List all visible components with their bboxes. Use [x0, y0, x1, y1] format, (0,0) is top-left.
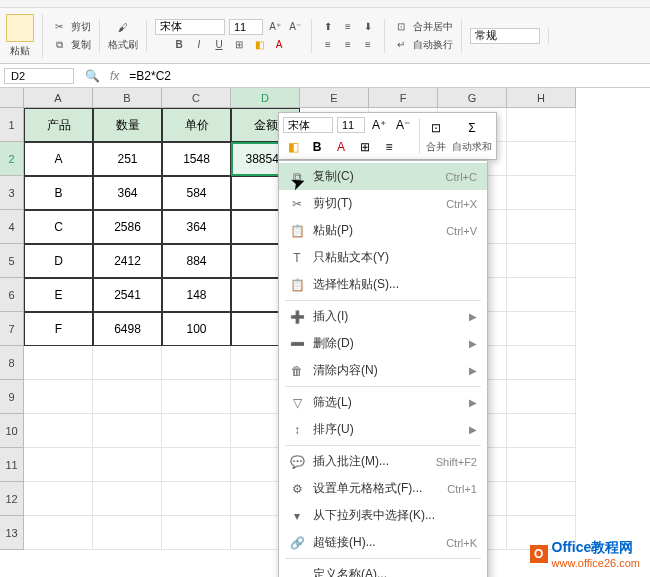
cell-A11[interactable] — [24, 448, 93, 482]
menu-item-delete[interactable]: ➖删除(D)▶ — [279, 330, 487, 357]
number-format-select[interactable] — [470, 28, 540, 44]
cell-B6[interactable]: 2541 — [93, 278, 162, 312]
row-header-3[interactable]: 3 — [0, 176, 24, 210]
italic-icon[interactable]: I — [191, 37, 207, 53]
align-right-icon[interactable]: ≡ — [360, 37, 376, 53]
menu-item-insert[interactable]: ➕插入(I)▶ — [279, 303, 487, 330]
menu-item-text[interactable]: T只粘贴文本(Y) — [279, 244, 487, 271]
mini-font-color-icon[interactable]: A — [331, 137, 351, 157]
cell-H7[interactable] — [507, 312, 576, 346]
decrease-font-icon[interactable]: A⁻ — [287, 19, 303, 35]
cell-B8[interactable] — [93, 346, 162, 380]
row-header-5[interactable]: 5 — [0, 244, 24, 278]
underline-icon[interactable]: U — [211, 37, 227, 53]
cell-C7[interactable]: 100 — [162, 312, 231, 346]
row-header-9[interactable]: 9 — [0, 380, 24, 414]
row-header-12[interactable]: 12 — [0, 482, 24, 516]
cell-B2[interactable]: 251 — [93, 142, 162, 176]
cell-A2[interactable]: A — [24, 142, 93, 176]
row-header-11[interactable]: 11 — [0, 448, 24, 482]
cell-H5[interactable] — [507, 244, 576, 278]
cell-A6[interactable]: E — [24, 278, 93, 312]
row-header-4[interactable]: 4 — [0, 210, 24, 244]
row-header-8[interactable]: 8 — [0, 346, 24, 380]
cell-A3[interactable]: B — [24, 176, 93, 210]
cell-C8[interactable] — [162, 346, 231, 380]
cut-icon[interactable]: ✂ — [51, 19, 67, 35]
col-header-F[interactable]: F — [369, 88, 438, 108]
merge-icon[interactable]: ⊡ — [393, 19, 409, 35]
paste-icon[interactable] — [6, 14, 34, 42]
cell-A8[interactable] — [24, 346, 93, 380]
cell-H12[interactable] — [507, 482, 576, 516]
cell-A7[interactable]: F — [24, 312, 93, 346]
cell-H2[interactable] — [507, 142, 576, 176]
align-middle-icon[interactable]: ≡ — [340, 19, 356, 35]
mini-font-select[interactable] — [283, 117, 333, 133]
align-left-icon[interactable]: ≡ — [320, 37, 336, 53]
menu-item-paste-special[interactable]: 📋选择性粘贴(S)... — [279, 271, 487, 298]
cell-H8[interactable] — [507, 346, 576, 380]
cell-H3[interactable] — [507, 176, 576, 210]
cell-H11[interactable] — [507, 448, 576, 482]
col-header-H[interactable]: H — [507, 88, 576, 108]
cell-H10[interactable] — [507, 414, 576, 448]
row-header-2[interactable]: 2 — [0, 142, 24, 176]
row-header-7[interactable]: 7 — [0, 312, 24, 346]
border-icon[interactable]: ⊞ — [231, 37, 247, 53]
cell-B3[interactable]: 364 — [93, 176, 162, 210]
cell-H9[interactable] — [507, 380, 576, 414]
cell-A10[interactable] — [24, 414, 93, 448]
cell-A1[interactable]: 产品 — [24, 108, 93, 142]
mini-autosum-icon[interactable]: Σ — [462, 118, 482, 138]
menu-item-comment[interactable]: 💬插入批注(M)...Shift+F2 — [279, 448, 487, 475]
cell-B11[interactable] — [93, 448, 162, 482]
cell-C11[interactable] — [162, 448, 231, 482]
cell-C2[interactable]: 1548 — [162, 142, 231, 176]
cell-C4[interactable]: 364 — [162, 210, 231, 244]
cell-B9[interactable] — [93, 380, 162, 414]
cell-C12[interactable] — [162, 482, 231, 516]
format-painter-icon[interactable]: 🖌 — [115, 20, 131, 36]
fill-color-icon[interactable]: ◧ — [251, 37, 267, 53]
select-all-corner[interactable] — [0, 88, 24, 108]
cell-A5[interactable]: D — [24, 244, 93, 278]
menu-item-copy[interactable]: ⧉复制(C)Ctrl+C — [279, 163, 487, 190]
menu-item-filter[interactable]: ▽筛选(L)▶ — [279, 389, 487, 416]
align-center-icon[interactable]: ≡ — [340, 37, 356, 53]
menu-item-sort[interactable]: ↕排序(U)▶ — [279, 416, 487, 443]
cell-B13[interactable] — [93, 516, 162, 550]
mini-border-icon[interactable]: ⊞ — [355, 137, 375, 157]
menu-item-format[interactable]: ⚙设置单元格格式(F)...Ctrl+1 — [279, 475, 487, 502]
cell-A12[interactable] — [24, 482, 93, 516]
col-header-E[interactable]: E — [300, 88, 369, 108]
menu-item-dropdown[interactable]: ▾从下拉列表中选择(K)... — [279, 502, 487, 529]
mini-merge-icon[interactable]: ⊡ — [426, 118, 446, 138]
copy-icon[interactable]: ⧉ — [51, 37, 67, 53]
col-header-B[interactable]: B — [93, 88, 162, 108]
col-header-C[interactable]: C — [162, 88, 231, 108]
cell-B4[interactable]: 2586 — [93, 210, 162, 244]
cell-C6[interactable]: 148 — [162, 278, 231, 312]
col-header-D[interactable]: D — [231, 88, 300, 108]
font-size-select[interactable] — [229, 19, 263, 35]
menu-item-cut[interactable]: ✂剪切(T)Ctrl+X — [279, 190, 487, 217]
cell-B1[interactable]: 数量 — [93, 108, 162, 142]
align-top-icon[interactable]: ⬆ — [320, 19, 336, 35]
cell-B12[interactable] — [93, 482, 162, 516]
row-header-1[interactable]: 1 — [0, 108, 24, 142]
name-box[interactable] — [4, 68, 74, 84]
row-header-6[interactable]: 6 — [0, 278, 24, 312]
mini-align-icon[interactable]: ≡ — [379, 137, 399, 157]
cell-C13[interactable] — [162, 516, 231, 550]
menu-item-link[interactable]: 🔗超链接(H)...Ctrl+K — [279, 529, 487, 556]
formula-input[interactable] — [129, 69, 646, 83]
col-header-A[interactable]: A — [24, 88, 93, 108]
cell-A4[interactable]: C — [24, 210, 93, 244]
cell-H1[interactable] — [507, 108, 576, 142]
font-color-icon[interactable]: A — [271, 37, 287, 53]
mini-bold-icon[interactable]: B — [307, 137, 327, 157]
row-header-10[interactable]: 10 — [0, 414, 24, 448]
align-bottom-icon[interactable]: ⬇ — [360, 19, 376, 35]
mini-decrease-font-icon[interactable]: A⁻ — [393, 115, 413, 135]
